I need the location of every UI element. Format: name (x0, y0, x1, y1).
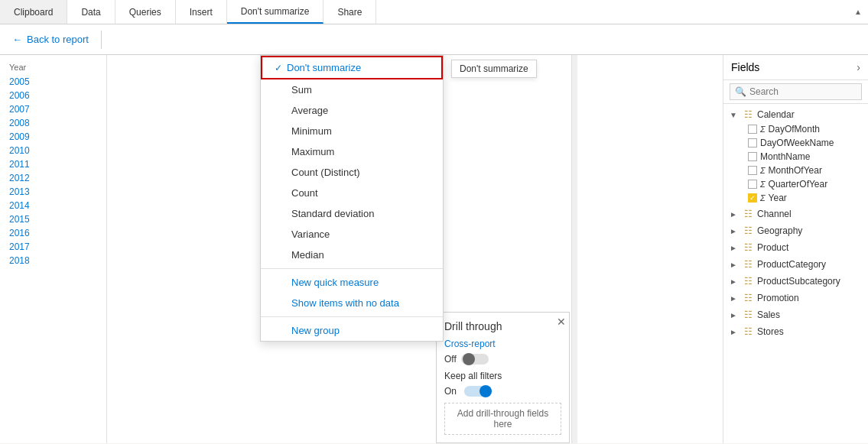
year-2010[interactable]: 2010 (0, 144, 106, 157)
dropdown-item-count-distinct[interactable]: Count (Distinct) (261, 162, 443, 183)
stores-table-icon: ☷ (742, 326, 754, 337)
ribbon-collapse-icon[interactable]: ▲ (848, 8, 868, 16)
field-monthname[interactable]: MonthName (723, 150, 868, 164)
ribbon-tab-queries[interactable]: Queries (115, 0, 176, 24)
stores-expand-icon: ► (730, 328, 739, 336)
cross-report-label[interactable]: Cross-report (444, 339, 561, 349)
year-axis-panel: Year 2005 2006 2007 2008 2009 2010 2011 … (0, 55, 107, 443)
cross-report-toggle[interactable] (461, 354, 489, 365)
year-2015[interactable]: 2015 (0, 212, 106, 226)
field-dayofweekname[interactable]: DayOfWeekName (723, 136, 868, 150)
ribbon-tab-share[interactable]: Share (323, 0, 376, 24)
year-2008[interactable]: 2008 (0, 116, 106, 130)
calendar-expand-icon: ▼ (730, 111, 739, 119)
dropdown-label-minimum: Minimum (291, 125, 332, 137)
ribbon-tab-dont-summarize[interactable]: Don't summarize (227, 0, 324, 24)
dropdown-item-stddev[interactable]: Standard deviation (261, 203, 443, 224)
tree-group-geography-header[interactable]: ► ☷ Geography (723, 223, 868, 238)
tree-group-calendar-header[interactable]: ▼ ☷ Calendar (723, 107, 868, 122)
main-area: Year 2005 2006 2007 2008 2009 2010 2011 … (0, 55, 868, 443)
monthname-checkbox[interactable] (748, 152, 757, 161)
field-label-quarterofyear: QuarterOfYear (769, 179, 828, 190)
dropdown-item-variance[interactable]: Variance (261, 224, 443, 245)
quarterofyear-checkbox[interactable] (748, 180, 757, 189)
dropdown-item-median[interactable]: Median (261, 245, 443, 265)
add-drillthrough-button[interactable]: Add drill-through fields here (444, 403, 561, 435)
dropdown-item-average[interactable]: Average (261, 100, 443, 121)
dropdown-divider-2 (261, 316, 443, 317)
tree-group-stores-header[interactable]: ► ☷ Stores (723, 324, 868, 339)
monthofyear-checkbox[interactable] (748, 166, 757, 175)
dropdown-item-count[interactable]: Count (261, 183, 443, 203)
tree-group-calendar: ▼ ☷ Calendar Σ DayOfMonth DayOfWeekName … (723, 107, 868, 205)
field-label-monthname: MonthName (760, 151, 810, 162)
dayofweekname-checkbox[interactable] (748, 138, 757, 147)
year-2013[interactable]: 2013 (0, 185, 106, 199)
field-year[interactable]: ✓ Σ Year (723, 191, 868, 205)
dropdown-item-show-items[interactable]: Show items with no data (261, 293, 443, 313)
vertical-scrollbar[interactable] (571, 55, 577, 443)
tree-group-promotion-header[interactable]: ► ☷ Promotion (723, 290, 868, 306)
ribbon: Clipboard Data Queries Insert Don't summ… (0, 0, 868, 24)
fields-panel-title: Fields (731, 61, 759, 73)
dropdown-label-show-items: Show items with no data (291, 297, 399, 309)
sales-group-label: Sales (757, 310, 780, 320)
fields-panel-header: Fields › (723, 55, 868, 80)
ribbon-tab-data[interactable]: Data (67, 0, 115, 24)
search-input[interactable] (749, 86, 857, 97)
back-arrow-icon: ← (12, 34, 22, 45)
year-2011[interactable]: 2011 (0, 157, 106, 171)
keep-filters-toggle[interactable] (464, 386, 492, 397)
geography-expand-icon: ► (730, 227, 739, 235)
dropdown-label-average: Average (291, 105, 328, 116)
productcategory-table-icon: ☷ (742, 259, 754, 270)
tree-group-productsubcategory-header[interactable]: ► ☷ ProductSubcategory (723, 274, 868, 289)
dropdown-item-new-group[interactable]: New group (261, 320, 443, 341)
tree-group-channel-header[interactable]: ► ☷ Channel (723, 206, 868, 222)
tree-group-product: ► ☷ Product (723, 240, 868, 255)
fields-panel-expand-icon[interactable]: › (857, 61, 860, 73)
dropdown-item-maximum[interactable]: Maximum (261, 141, 443, 162)
field-monthofyear[interactable]: Σ MonthOfYear (723, 164, 868, 177)
tree-group-product-header[interactable]: ► ☷ Product (723, 240, 868, 255)
tree-group-geography: ► ☷ Geography (723, 223, 868, 238)
year-2005[interactable]: 2005 (0, 75, 106, 89)
promotion-group-label: Promotion (757, 293, 799, 303)
dropdown-item-new-quick-measure[interactable]: New quick measure (261, 272, 443, 293)
promotion-table-icon: ☷ (742, 293, 754, 303)
promotion-expand-icon: ► (730, 294, 739, 303)
dropdown-item-sum[interactable]: Sum (261, 79, 443, 100)
productsubcategory-expand-icon: ► (730, 277, 739, 286)
channel-group-label: Channel (757, 209, 792, 219)
dropdown-label-new-quick-measure: New quick measure (291, 277, 379, 288)
year-2014[interactable]: 2014 (0, 199, 106, 212)
year-2006[interactable]: 2006 (0, 89, 106, 102)
drill-panel-close-button[interactable]: ✕ (557, 316, 566, 328)
field-quarterofyear[interactable]: Σ QuarterOfYear (723, 177, 868, 191)
year-checkbox[interactable]: ✓ (748, 193, 757, 203)
tree-group-stores: ► ☷ Stores (723, 324, 868, 339)
dropdown-item-minimum[interactable]: Minimum (261, 121, 443, 141)
year-2009[interactable]: 2009 (0, 130, 106, 144)
product-expand-icon: ► (730, 244, 739, 252)
year-2016[interactable]: 2016 (0, 226, 106, 240)
year-2017[interactable]: 2017 (0, 240, 106, 254)
keep-filters-row: Keep all filters (444, 371, 561, 381)
ribbon-tab-insert[interactable]: Insert (176, 0, 227, 24)
channel-expand-icon: ► (730, 210, 739, 219)
year-2012[interactable]: 2012 (0, 171, 106, 185)
back-to-report-button[interactable]: ← Back to report (6, 31, 95, 48)
dropdown-label-variance: Variance (291, 228, 330, 240)
productcategory-expand-icon: ► (730, 261, 739, 269)
dayofmonth-checkbox[interactable] (748, 125, 757, 134)
dropdown-item-dont-summarize[interactable]: ✓ Don't summarize (261, 56, 443, 79)
toolbar-divider (101, 31, 102, 49)
tree-group-sales-header[interactable]: ► ☷ Sales (723, 307, 868, 322)
keep-filters-toggle-row: On (444, 386, 561, 397)
year-2007[interactable]: 2007 (0, 102, 106, 116)
field-dayofmonth[interactable]: Σ DayOfMonth (723, 122, 868, 136)
year-2018[interactable]: 2018 (0, 254, 106, 267)
ribbon-tab-clipboard[interactable]: Clipboard (0, 0, 67, 24)
tree-group-productcategory-header[interactable]: ► ☷ ProductCategory (723, 257, 868, 272)
tree-group-sales: ► ☷ Sales (723, 307, 868, 322)
